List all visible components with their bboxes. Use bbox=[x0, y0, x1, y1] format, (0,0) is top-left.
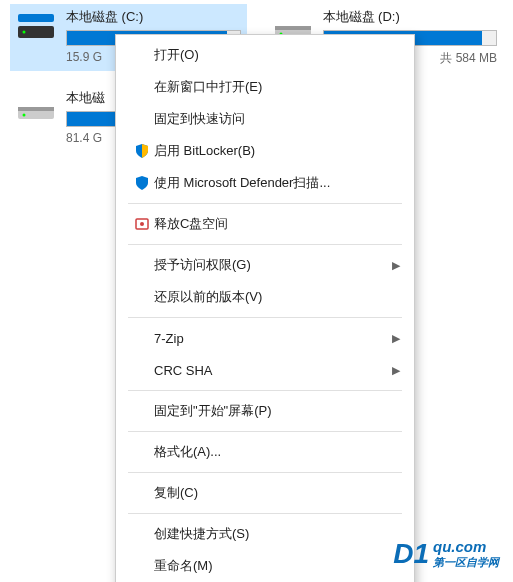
menu-item[interactable]: 打开(O) bbox=[116, 39, 414, 71]
menu-item[interactable]: CRC SHA▶ bbox=[116, 354, 414, 386]
menu-separator bbox=[128, 203, 402, 204]
menu-item[interactable]: 固定到快速访问 bbox=[116, 103, 414, 135]
menu-item[interactable]: 授予访问权限(G)▶ bbox=[116, 249, 414, 281]
watermark: D1 qu.com 第一区自学网 bbox=[393, 538, 499, 570]
menu-separator bbox=[128, 244, 402, 245]
drive-icon bbox=[16, 89, 56, 125]
menu-item-label: 启用 BitLocker(B) bbox=[154, 142, 400, 160]
menu-item-label: 创建快捷方式(S) bbox=[154, 525, 400, 543]
chevron-right-icon: ▶ bbox=[392, 332, 400, 345]
shield-blue-icon bbox=[130, 143, 154, 159]
drive-name: 本地磁盘 (D:) bbox=[323, 8, 498, 26]
menu-item-label: 使用 Microsoft Defender扫描... bbox=[154, 174, 400, 192]
svg-rect-4 bbox=[275, 26, 311, 30]
context-menu: 打开(O)在新窗口中打开(E)固定到快速访问启用 BitLocker(B)使用 … bbox=[115, 34, 415, 582]
menu-separator bbox=[128, 472, 402, 473]
menu-item[interactable]: 使用 Microsoft Defender扫描... bbox=[116, 167, 414, 199]
menu-item-label: 固定到"开始"屏幕(P) bbox=[154, 402, 400, 420]
drive-name: 本地磁盘 (C:) bbox=[66, 8, 241, 26]
menu-item-label: 释放C盘空间 bbox=[154, 215, 400, 233]
menu-separator bbox=[128, 390, 402, 391]
menu-item-label: CRC SHA bbox=[154, 363, 392, 378]
menu-item-label: 授予访问权限(G) bbox=[154, 256, 392, 274]
menu-separator bbox=[128, 431, 402, 432]
menu-item[interactable]: 复制(C) bbox=[116, 477, 414, 509]
drive-icon bbox=[16, 8, 56, 44]
menu-item[interactable]: 创建快捷方式(S) bbox=[116, 518, 414, 550]
menu-item[interactable]: 7-Zip▶ bbox=[116, 322, 414, 354]
svg-rect-7 bbox=[18, 107, 54, 111]
menu-separator bbox=[128, 317, 402, 318]
cleanup-icon bbox=[130, 216, 154, 232]
menu-item[interactable]: 在新窗口中打开(E) bbox=[116, 71, 414, 103]
chevron-right-icon: ▶ bbox=[392, 259, 400, 272]
menu-item[interactable]: 释放C盘空间 bbox=[116, 208, 414, 240]
menu-item[interactable]: 格式化(A)... bbox=[116, 436, 414, 468]
menu-item[interactable]: 启用 BitLocker(B) bbox=[116, 135, 414, 167]
menu-item[interactable]: 固定到"开始"屏幕(P) bbox=[116, 395, 414, 427]
menu-item[interactable]: 重命名(M) bbox=[116, 550, 414, 582]
svg-rect-0 bbox=[18, 14, 54, 22]
menu-separator bbox=[128, 513, 402, 514]
shield-defender-icon bbox=[130, 175, 154, 191]
watermark-domain: qu.com bbox=[433, 538, 486, 555]
svg-point-10 bbox=[140, 222, 144, 226]
menu-item-label: 在新窗口中打开(E) bbox=[154, 78, 400, 96]
menu-item-label: 还原以前的版本(V) bbox=[154, 288, 400, 306]
menu-item-label: 格式化(A)... bbox=[154, 443, 400, 461]
watermark-logo: D1 bbox=[393, 538, 429, 570]
menu-item[interactable]: 还原以前的版本(V) bbox=[116, 281, 414, 313]
watermark-subtitle: 第一区自学网 bbox=[433, 555, 499, 570]
chevron-right-icon: ▶ bbox=[392, 364, 400, 377]
menu-item-label: 重命名(M) bbox=[154, 557, 400, 575]
menu-item-label: 复制(C) bbox=[154, 484, 400, 502]
menu-item-label: 7-Zip bbox=[154, 331, 392, 346]
svg-point-8 bbox=[23, 114, 26, 117]
menu-item-label: 固定到快速访问 bbox=[154, 110, 400, 128]
svg-point-2 bbox=[23, 31, 26, 34]
menu-item-label: 打开(O) bbox=[154, 46, 400, 64]
